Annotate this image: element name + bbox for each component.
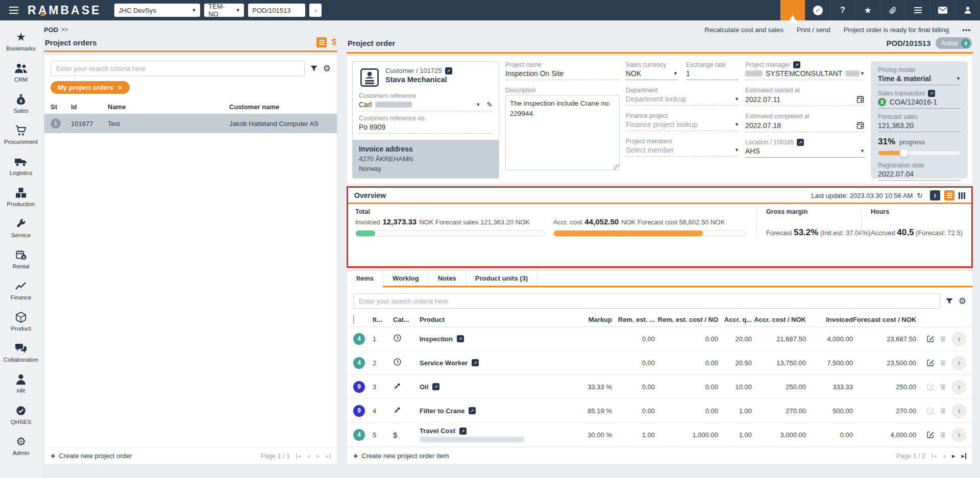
sidebar-item-service[interactable]: Service <box>0 212 42 243</box>
col-customer-name[interactable]: Customer name <box>229 103 331 111</box>
trash-icon[interactable] <box>939 359 947 367</box>
hamburger-menu-icon[interactable] <box>0 7 28 14</box>
edit-icon[interactable] <box>926 335 935 343</box>
external-link-icon[interactable]: ↗ <box>793 61 800 68</box>
attachments-button[interactable] <box>880 0 905 20</box>
location-select[interactable]: AHS ▼ <box>745 147 865 158</box>
trash-icon[interactable] <box>939 407 947 415</box>
finance-project-lookup[interactable]: Finance project lookup ▼ <box>626 120 739 131</box>
col-rem-est[interactable]: Rem. est. ... <box>612 316 655 323</box>
col-name[interactable]: Name <box>108 103 229 111</box>
sidebar-item-admin[interactable]: ⚙ Admin <box>0 430 42 461</box>
item-row-5[interactable]: 4 5 $ Travel Cost↗ 30.00 % 1.00 1,000.00 <box>347 423 972 447</box>
col-product[interactable]: Product <box>420 316 569 323</box>
sidebar-item-rental[interactable]: $ Rental <box>0 243 42 274</box>
edit-pencil-icon[interactable]: ✎ <box>486 100 493 109</box>
sidebar-item-bookmarks[interactable]: ★ Bookmarks <box>0 26 42 57</box>
open-row-chevron-button[interactable]: › <box>951 380 966 394</box>
rows-view-icon[interactable] <box>944 190 954 200</box>
status-badge-active[interactable]: Active 4 <box>936 37 972 49</box>
project-name-field[interactable]: Inspection On Site <box>505 69 620 80</box>
project-orders-search-input[interactable] <box>51 61 305 76</box>
sidebar-item-qhses[interactable]: QHSES <box>0 399 42 430</box>
prev-page-icon[interactable]: ◂ <box>942 453 946 459</box>
open-row-chevron-button[interactable]: › <box>951 427 966 442</box>
open-row-chevron-button[interactable]: › <box>951 356 966 370</box>
module-selector[interactable]: TEM-NO ▼ <box>204 4 244 17</box>
expand-icon[interactable]: ▴▾ <box>930 190 940 200</box>
messages-button[interactable] <box>930 0 955 20</box>
customers-reference-field[interactable]: Carl ▼ ✎ <box>359 100 493 111</box>
close-icon[interactable]: ✕ <box>117 84 122 91</box>
chevron-down-icon[interactable]: ▼ <box>476 102 480 107</box>
sidebar-item-hr[interactable]: HR <box>0 368 42 399</box>
estimated-completed-field[interactable]: 2022.07.18 <box>745 121 865 132</box>
external-link-icon[interactable]: ↗ <box>457 335 464 342</box>
col-item[interactable]: It... <box>373 316 393 323</box>
department-lookup[interactable]: Department lookup ▼ <box>626 95 739 106</box>
alerts-button[interactable]: ! <box>780 0 805 20</box>
calendar-icon[interactable] <box>856 121 865 130</box>
system-selector[interactable]: JHC DevSys ▼ <box>114 4 200 17</box>
sidebar-item-sales[interactable]: $ Sales <box>0 88 42 119</box>
edit-icon[interactable] <box>926 359 935 367</box>
sidebar-item-product[interactable]: Product <box>0 306 42 337</box>
external-link-icon[interactable]: ↗ <box>797 139 804 146</box>
sidebar-item-procurement[interactable]: Procurement <box>0 119 42 150</box>
customer-id-link[interactable]: Customer / 101725 <box>385 67 442 74</box>
estimated-started-field[interactable]: 2022.07.11 <box>745 95 865 106</box>
sidebar-item-finance[interactable]: Finance <box>0 274 42 306</box>
item-row-1[interactable]: 4 1 Inspection↗ 0.00 0.00 20.00 21,687.5… <box>347 327 972 351</box>
final-billing-button[interactable]: Project order is ready for final billing <box>844 26 949 34</box>
filter-icon[interactable] <box>310 64 318 72</box>
tab-worklog[interactable]: Worklog <box>383 271 429 286</box>
list-view-icon[interactable] <box>316 37 327 47</box>
col-category[interactable]: Cat... <box>393 316 420 323</box>
next-page-icon[interactable]: ▸ <box>316 453 320 459</box>
open-row-chevron-button[interactable]: › <box>951 332 966 346</box>
first-page-icon[interactable]: ◂ <box>296 453 301 459</box>
pricing-model-select[interactable]: Time & material ▼ <box>878 74 961 85</box>
filter-icon[interactable] <box>945 297 953 305</box>
help-button[interactable]: ? <box>830 0 855 20</box>
tab-product-units[interactable]: Product units (3) <box>466 271 537 286</box>
exchange-rate-field[interactable]: 1 <box>686 69 738 80</box>
breadcrumb-pod[interactable]: POD <box>44 26 58 34</box>
back-button[interactable]: ‹ <box>309 4 322 17</box>
refresh-icon[interactable]: ↻ <box>917 191 923 199</box>
col-markup[interactable]: Markup <box>569 316 612 323</box>
account-button[interactable] <box>955 0 980 20</box>
create-item-button[interactable]: + Create new project order item <box>353 452 449 460</box>
external-link-icon[interactable]: ↗ <box>445 67 452 74</box>
product-name[interactable]: Filter to Crane <box>420 407 464 415</box>
tab-items[interactable]: Items <box>347 271 383 286</box>
sales-transaction-link[interactable]: 8 COA/124016-1 <box>878 98 961 109</box>
col-status[interactable]: St <box>51 103 71 111</box>
project-order-row-selected[interactable]: 1 101677 Test Jakob Hatteland Computer A… <box>44 114 337 133</box>
sidebar-item-collaboration[interactable]: Collaboration <box>0 337 42 368</box>
last-page-icon[interactable]: ▸ <box>326 453 331 459</box>
items-search-input[interactable] <box>353 293 940 309</box>
description-textarea[interactable]: The inspection include Crane no: 229944. <box>505 95 620 170</box>
col-rem-est-cost[interactable]: Rem. est. cost / NO <box>655 316 718 323</box>
customers-reference-no-field[interactable]: Po 8909 <box>359 123 493 134</box>
trash-icon[interactable] <box>939 383 947 391</box>
settings-gear-icon[interactable]: ⚙ <box>959 297 966 306</box>
more-menu-button[interactable]: ••• <box>962 26 971 34</box>
trash-icon[interactable] <box>939 335 947 343</box>
external-link-icon[interactable]: ↗ <box>432 383 439 390</box>
external-link-icon[interactable]: ↗ <box>928 90 935 97</box>
col-accr-qty[interactable]: Accr. q... <box>718 316 752 323</box>
next-page-icon[interactable]: ▸ <box>952 453 955 459</box>
recalculate-button[interactable]: Recalculate cost and sales <box>704 26 783 34</box>
external-link-icon[interactable]: ↗ <box>459 427 467 435</box>
sales-currency-select[interactable]: NOK ▼ <box>626 69 678 80</box>
item-row-3[interactable]: 9 3 Oil↗ 33.33 % 0.00 0.00 10.00 250.00 … <box>347 375 972 399</box>
product-name[interactable]: Travel Cost <box>420 427 455 435</box>
tasks-button[interactable] <box>905 0 930 20</box>
progress-slider[interactable] <box>878 150 961 156</box>
project-manager-select[interactable]: SYSTEMCONSULTANT ▼ <box>745 69 865 80</box>
item-row-4[interactable]: 9 4 Filter to Crane↗ 85.19 % 0.00 0.00 1… <box>347 399 972 423</box>
last-page-icon[interactable]: ▸ <box>961 453 966 459</box>
edit-icon[interactable] <box>926 431 935 439</box>
